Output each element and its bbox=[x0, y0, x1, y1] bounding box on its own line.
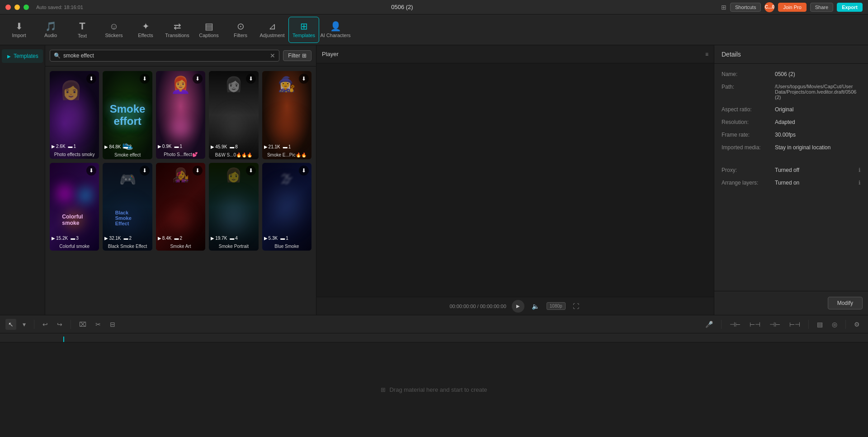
tool-captions[interactable]: ▤ Captions bbox=[193, 17, 224, 43]
user-avatar[interactable]: C...0 bbox=[764, 2, 774, 12]
play-icon: ▶ bbox=[158, 144, 161, 149]
transitions-icon: ⇄ bbox=[174, 22, 181, 31]
detail-key-proxy: Proxy: bbox=[722, 167, 771, 173]
undo-button[interactable]: ↩ bbox=[40, 319, 51, 330]
detail-key-framerate: Frame rate: bbox=[722, 132, 771, 138]
template-card-9[interactable]: 👩 ⬇ ▶19.7K ▬4 Smoke Portrait bbox=[209, 163, 258, 251]
play-icon: ▶ bbox=[264, 236, 268, 241]
detail-row-imported: Imported media: Stay in original locatio… bbox=[722, 144, 861, 151]
card-5-download-icon[interactable]: ⬇ bbox=[299, 74, 309, 84]
drag-hint: ⊞ Drag material here and start to create bbox=[381, 386, 487, 393]
card-8-label: Smoke Art bbox=[158, 244, 203, 249]
detail-val-aspect: Original bbox=[775, 106, 861, 113]
trim-right-btn[interactable]: ⊢⊣ bbox=[747, 319, 763, 330]
tool-transitions[interactable]: ⇄ Transitions bbox=[162, 17, 193, 43]
arrange-info-icon[interactable]: ℹ bbox=[859, 180, 861, 186]
template-card-5[interactable]: 🧙‍♀️ ⬇ ▶21.1K ▬1 Smoke E...Pic🔥🔥 bbox=[262, 71, 311, 159]
template-card-3[interactable]: 👩‍🦰 ⬇ ▶0.9K ▬1 Photo S...ffect💕 bbox=[156, 71, 205, 159]
split-btn2[interactable]: ⊣⊢ bbox=[767, 319, 783, 330]
export-button[interactable]: Export bbox=[837, 3, 863, 12]
tool-stickers[interactable]: ☺ Stickers bbox=[99, 17, 129, 43]
tool-templates[interactable]: ⊞ Templates bbox=[288, 17, 319, 43]
search-clear-icon[interactable]: ✕ bbox=[270, 52, 275, 59]
card-8-download-icon[interactable]: ⬇ bbox=[193, 166, 203, 176]
search-input[interactable] bbox=[63, 52, 267, 59]
template-card-6[interactable]: Colorful smoke ⬇ ▶15.2K ▬3 Colorful smok… bbox=[50, 163, 99, 251]
window-close-btn[interactable] bbox=[5, 5, 11, 10]
card-8-stats: ▶8.4K ▬2 bbox=[158, 236, 182, 241]
card-7-download-icon[interactable]: ⬇ bbox=[140, 166, 150, 176]
sidebar-item-templates[interactable]: ▶ Templates bbox=[2, 49, 43, 63]
template-card-7[interactable]: 🎮 Black Smoke Effect ⬇ ▶32.1K ▬2 Black S… bbox=[103, 163, 152, 251]
filter-button[interactable]: Filter ⊞ bbox=[283, 50, 311, 61]
detail-row-arrange: Arrange layers: Turned on ℹ bbox=[722, 180, 861, 186]
clip-icon: ▬ bbox=[283, 144, 288, 149]
tl-separator-5 bbox=[845, 320, 846, 329]
tool-adjustment[interactable]: ⊿ Adjustment bbox=[257, 17, 288, 43]
details-content: Name: 0506 (2) Path: /Users/topgus/Movie… bbox=[714, 64, 868, 193]
card-6-download-icon[interactable]: ⬇ bbox=[86, 166, 96, 176]
play-button[interactable]: ▶ bbox=[512, 300, 524, 313]
drag-hint-text: Drag material here and start to create bbox=[389, 386, 487, 393]
tool-adjustment-label: Adjustment bbox=[259, 33, 284, 38]
vol-btn[interactable]: ◎ bbox=[829, 319, 840, 330]
search-bar: 🔍 ✕ Filter ⊞ bbox=[45, 45, 316, 66]
tool-ai-characters[interactable]: 👤 AI Characters bbox=[320, 17, 351, 43]
shortcuts-button[interactable]: Shortcuts bbox=[730, 3, 761, 12]
auto-saved-label: Auto saved: 18:16:01 bbox=[36, 5, 83, 10]
card-2-views: ▶84.8K bbox=[104, 144, 121, 149]
tool-filters[interactable]: ⊙ Filters bbox=[225, 17, 256, 43]
template-card-10[interactable]: 🌫 ⬇ ▶5.3K ▬1 Blue Smoke bbox=[262, 163, 311, 251]
window-maximize-btn[interactable] bbox=[24, 5, 29, 10]
volume-icon[interactable]: 🔈 bbox=[530, 301, 541, 312]
sidebar-templates-label: Templates bbox=[14, 53, 38, 59]
mic-btn[interactable]: 🎤 bbox=[703, 319, 716, 330]
template-card-1[interactable]: 👩 ⬇ ▶2.6K ▬1 Photo effects smoky bbox=[50, 71, 99, 159]
cut-tool[interactable]: ✂ bbox=[93, 319, 104, 330]
modify-button[interactable]: Modify bbox=[828, 297, 863, 309]
join-btn[interactable]: ⊢⊣ bbox=[787, 319, 803, 330]
fullscreen-icon[interactable]: ⛶ bbox=[571, 301, 581, 312]
card-4-download-icon[interactable]: ⬇ bbox=[246, 74, 256, 84]
tool-effects[interactable]: ✦ Effects bbox=[130, 17, 161, 43]
ai-characters-icon: 👤 bbox=[330, 22, 341, 31]
filter-icon: ⊞ bbox=[302, 52, 307, 59]
template-card-2[interactable]: Smokeeffort 👟 ⬇ ▶84.8K ▬2 Smoke effect bbox=[103, 71, 152, 159]
card-3-label: Photo S...ffect💕 bbox=[158, 152, 203, 157]
trim-left-btn[interactable]: ⊣⊢ bbox=[727, 319, 743, 330]
pointer-tool[interactable]: ↖ bbox=[5, 319, 16, 330]
card-2-download-icon[interactable]: ⬇ bbox=[140, 74, 150, 84]
tl-separator-4 bbox=[808, 320, 809, 329]
caption-btn[interactable]: ▤ bbox=[814, 319, 826, 330]
card-2-clips: ▬2 bbox=[124, 144, 132, 149]
card-4-views: ▶45.9K bbox=[211, 144, 227, 149]
window-minimize-btn[interactable] bbox=[14, 5, 20, 10]
settings-btn[interactable]: ⚙ bbox=[851, 319, 863, 330]
template-card-4[interactable]: 👩 ⬇ ▶45.9K ▬8 B&W S...0🔥🔥🔥 bbox=[209, 71, 258, 159]
player-panel: Player ≡ 00:00:00:00 / 00:00:00:00 ▶ 🔈 1… bbox=[316, 45, 714, 315]
tool-audio[interactable]: 🎵 Audio bbox=[35, 17, 66, 43]
card-3-stats: ▶0.9K ▬1 bbox=[158, 144, 182, 149]
screen-icon[interactable]: ⊞ bbox=[721, 4, 726, 11]
split-tool[interactable]: ⌧ bbox=[76, 319, 89, 330]
delete-tool[interactable]: ⊟ bbox=[107, 319, 118, 330]
player-menu-icon[interactable]: ≡ bbox=[705, 51, 708, 57]
card-10-download-icon[interactable]: ⬇ bbox=[299, 166, 309, 176]
join-pro-button[interactable]: Join Pro bbox=[778, 3, 806, 12]
play-icon: ▶ bbox=[211, 236, 214, 241]
detail-row-proxy: Proxy: Turned off ℹ bbox=[722, 167, 861, 173]
clip-icon: ▬ bbox=[71, 236, 75, 241]
card-9-download-icon[interactable]: ⬇ bbox=[246, 166, 256, 176]
tool-import-label: Import bbox=[12, 33, 26, 38]
redo-button[interactable]: ↪ bbox=[54, 319, 65, 330]
share-button[interactable]: Share bbox=[810, 3, 833, 12]
tool-dropdown[interactable]: ▾ bbox=[20, 319, 28, 330]
template-card-8[interactable]: 👩‍🎤 ⬇ ▶8.4K ▬2 Smoke Art bbox=[156, 163, 205, 251]
timeline-toolbar: ↖ ▾ ↩ ↪ ⌧ ✂ ⊟ 🎤 ⊣⊢ ⊢⊣ ⊣⊢ ⊢⊣ ▤ ◎ ⚙ bbox=[0, 315, 868, 333]
player-controls: 00:00:00:00 / 00:00:00:00 ▶ 🔈 1080p ⛶ bbox=[316, 297, 714, 315]
tool-text[interactable]: T Text bbox=[67, 17, 98, 43]
tool-import[interactable]: ⬇ Import bbox=[4, 17, 34, 43]
play-icon: ▶ bbox=[211, 144, 214, 149]
card-10-stats: ▶5.3K ▬1 bbox=[264, 236, 288, 241]
proxy-info-icon[interactable]: ℹ bbox=[859, 167, 861, 173]
